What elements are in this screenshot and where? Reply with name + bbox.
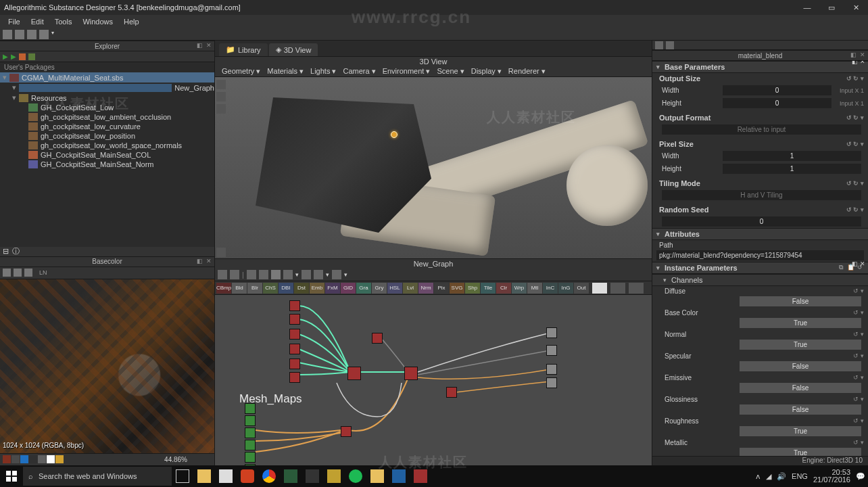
palette-node[interactable]: InC [543, 283, 558, 294]
play-icon[interactable]: ▶ [3, 53, 8, 60]
menu-windows[interactable]: Windows [77, 16, 118, 27]
graph-node[interactable] [546, 327, 557, 338]
viewport-menu[interactable]: Materials ▾ [264, 67, 306, 76]
gear-icon[interactable] [314, 270, 323, 279]
bc-tool-icon[interactable] [3, 269, 11, 277]
palette-node[interactable]: ChS [263, 283, 278, 294]
tree-item[interactable]: gh_cockpitseat_low_world_space_normals [0, 141, 214, 150]
section-attributes[interactable]: ▾Attributes [652, 228, 868, 240]
channel-value-select[interactable]: True [740, 318, 861, 328]
palette-node[interactable]: Tile [481, 283, 496, 294]
viewport-menu[interactable]: Environment ▾ [380, 67, 433, 76]
palette-node[interactable]: Shp [465, 283, 480, 294]
palette-node[interactable]: FxM [325, 283, 340, 294]
palette-node[interactable]: Wrp [512, 283, 527, 294]
palette-node[interactable]: Dst [294, 283, 309, 294]
section-instance-parameters[interactable]: ▾Instance Parameters⧉📋↺ [652, 262, 868, 274]
graph-node[interactable] [546, 345, 557, 356]
tree-item[interactable]: GH_CockpitSeat_Low [0, 103, 214, 112]
graph-node[interactable] [289, 358, 300, 369]
app-icon[interactable] [237, 465, 258, 487]
viewport-option-icon[interactable] [216, 248, 226, 257]
tree-item[interactable]: ▾Resources [0, 93, 214, 103]
graph-node[interactable] [289, 300, 300, 311]
task-view-icon[interactable] [172, 465, 193, 487]
substance-icon[interactable] [410, 465, 431, 487]
store-icon[interactable] [215, 465, 237, 487]
menu-file[interactable]: File [3, 16, 26, 27]
arrow-icon[interactable] [302, 270, 311, 279]
graph-node[interactable] [289, 372, 300, 383]
app-green-icon[interactable] [280, 465, 302, 487]
graph-node[interactable] [446, 387, 457, 398]
search-input[interactable]: ⌕Search the web and Windows [23, 467, 172, 486]
start-button[interactable] [0, 465, 23, 487]
menu-edit[interactable]: Edit [26, 16, 49, 27]
color-swatch[interactable] [20, 455, 28, 463]
save-icon[interactable] [27, 30, 37, 39]
tab-library[interactable]: 📁Library [219, 43, 268, 56]
app-yellow-icon[interactable] [323, 465, 345, 487]
expand-icon[interactable]: ⓘ [12, 246, 20, 256]
graph-node[interactable] [245, 415, 256, 426]
tray-chevron-icon[interactable]: ʌ [756, 472, 761, 481]
dock-icon[interactable]: ◧ [849, 51, 857, 60]
collapse-icon[interactable]: ⊟ [3, 247, 9, 256]
zoom-fit-icon[interactable] [247, 270, 256, 279]
graph-node[interactable] [341, 426, 352, 437]
channel-value-select[interactable]: False [740, 296, 861, 306]
palette-node[interactable]: Lvl [403, 283, 418, 294]
save-all-icon[interactable]: ▾ [39, 30, 49, 39]
action-center-icon[interactable]: 💬 [856, 472, 865, 481]
bc-tool-icon[interactable] [14, 269, 22, 277]
menu-tools[interactable]: Tools [49, 16, 78, 27]
pixel-width-field[interactable]: 1 [723, 151, 861, 161]
viewport-menu[interactable]: Scene ▾ [434, 67, 466, 76]
menu-help[interactable]: Help [118, 16, 145, 27]
palette-node[interactable]: SVG [450, 283, 464, 294]
output-format-select[interactable]: Relative to input [662, 124, 861, 135]
play-all-icon[interactable]: ▶ [11, 53, 16, 60]
dock-icon[interactable]: ◧ [195, 42, 203, 50]
wifi-icon[interactable]: ◢ [766, 472, 771, 481]
palette-node[interactable]: InG [558, 283, 573, 294]
viewport-3d[interactable] [215, 77, 652, 258]
spotify-icon[interactable] [345, 465, 366, 487]
tiling-mode-select[interactable]: H and V Tiling [662, 190, 861, 200]
dock-icon[interactable]: ◧ [195, 258, 203, 266]
open-icon[interactable] [15, 30, 24, 39]
palette-node[interactable]: Emb [310, 283, 324, 294]
copy-icon[interactable]: ⧉ [837, 264, 845, 272]
output-width-field[interactable]: 0 [723, 85, 831, 95]
tree-item[interactable]: GH_CockpitSeat_MainSeat_Norm [0, 160, 214, 169]
palette-node[interactable]: Gry [372, 283, 387, 294]
file-explorer-icon[interactable] [193, 465, 215, 487]
tree-item[interactable]: gh_cockpitseat_low_position [0, 131, 214, 141]
basecolor-viewport[interactable]: 1024 x 1024 (RGBA, 8bpc) [0, 279, 214, 454]
prop-tool-icon[interactable] [655, 41, 663, 49]
palette-node[interactable]: Out [574, 283, 589, 294]
tree-item[interactable]: ▾New_Graph [0, 83, 214, 93]
palette-node[interactable]: Blr [247, 283, 262, 294]
new-icon[interactable] [3, 30, 12, 39]
palette-node[interactable]: Bld [232, 283, 247, 294]
lang-indicator[interactable]: ENG [792, 472, 808, 480]
pixel-height-field[interactable]: 1 [723, 164, 861, 174]
chrome-icon[interactable] [258, 465, 280, 487]
tree-item[interactable]: gh_cockpitseat_low_curvature [0, 122, 214, 131]
graph-node[interactable] [245, 427, 256, 438]
channel-value-select[interactable]: False [740, 361, 861, 371]
viewport-menu[interactable]: Display ▾ [468, 67, 504, 76]
output-height-field[interactable]: 0 [723, 98, 831, 108]
prop-tool-icon[interactable] [666, 41, 674, 49]
palette-node[interactable]: Pix [434, 283, 449, 294]
graph-node[interactable] [245, 440, 256, 450]
palette-node[interactable]: DBI [279, 283, 293, 294]
graph-canvas[interactable]: Mesh_Maps [215, 295, 652, 465]
volume-icon[interactable]: 🔊 [777, 472, 786, 481]
graph-node[interactable] [404, 367, 418, 380]
color-swatch[interactable] [47, 455, 55, 463]
palette-node[interactable]: Gra [356, 283, 371, 294]
minimize-button[interactable]: — [795, 0, 819, 15]
tree-item[interactable]: gh_cockpitseat_low_ambient_occlusion [0, 112, 214, 122]
